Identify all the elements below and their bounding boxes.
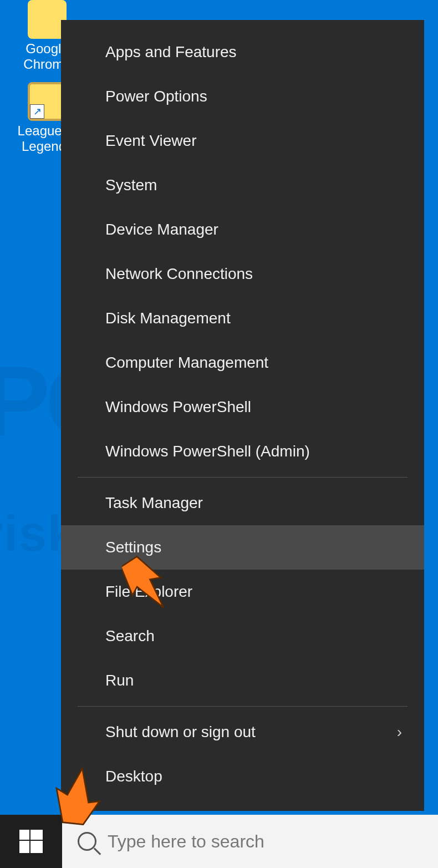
winx-item-label: Search [105, 627, 155, 645]
winx-item-run[interactable]: Run [61, 658, 424, 703]
winx-item-event-viewer[interactable]: Event Viewer [61, 119, 424, 163]
winx-item-task-manager[interactable]: Task Manager [61, 481, 424, 525]
winx-item-label: Windows PowerShell [105, 398, 251, 416]
winx-item-system[interactable]: System [61, 163, 424, 207]
winx-item-label: Computer Management [105, 354, 268, 372]
taskbar-search[interactable]: Type here to search [62, 815, 438, 868]
winx-item-label: Run [105, 672, 134, 689]
menu-separator [78, 706, 408, 707]
winx-item-label: Event Viewer [105, 132, 196, 150]
winx-item-windows-powershell[interactable]: Windows PowerShell [61, 385, 424, 429]
winx-item-label: Settings [105, 539, 161, 556]
winx-item-label: Network Connections [105, 265, 253, 283]
winx-item-shut-down-or-sign-out[interactable]: Shut down or sign out› [61, 710, 424, 754]
winx-item-label: Disk Management [105, 309, 231, 327]
winx-item-label: Windows PowerShell (Admin) [105, 443, 310, 460]
winx-item-label: Power Options [105, 88, 207, 105]
winx-item-label: Desktop [105, 768, 162, 785]
taskbar: Type here to search [0, 815, 438, 868]
winx-item-label: Apps and Features [105, 43, 237, 61]
winx-context-menu: Apps and FeaturesPower OptionsEvent View… [61, 20, 424, 811]
winx-item-network-connections[interactable]: Network Connections [61, 252, 424, 296]
winx-item-file-explorer[interactable]: File Explorer [61, 570, 424, 614]
winx-item-label: Shut down or sign out [105, 723, 256, 741]
search-icon [78, 832, 96, 851]
winx-item-label: System [105, 176, 157, 194]
winx-item-device-manager[interactable]: Device Manager [61, 207, 424, 252]
chevron-right-icon: › [397, 723, 408, 741]
winx-item-windows-powershell-admin-[interactable]: Windows PowerShell (Admin) [61, 429, 424, 474]
winx-item-apps-and-features[interactable]: Apps and Features [61, 30, 424, 74]
winx-item-label: File Explorer [105, 583, 192, 601]
winx-item-label: Task Manager [105, 494, 203, 512]
start-button[interactable] [0, 815, 62, 868]
shortcut-arrow-icon: ↗ [30, 104, 44, 119]
winx-item-settings[interactable]: Settings [61, 525, 424, 570]
winx-item-disk-management[interactable]: Disk Management [61, 296, 424, 341]
winx-item-label: Device Manager [105, 221, 218, 238]
winx-item-search[interactable]: Search [61, 614, 424, 658]
winx-item-computer-management[interactable]: Computer Management [61, 341, 424, 385]
menu-separator [78, 477, 408, 478]
search-placeholder: Type here to search [108, 831, 264, 852]
windows-logo-icon [19, 830, 43, 853]
winx-item-power-options[interactable]: Power Options [61, 74, 424, 119]
winx-item-desktop[interactable]: Desktop [61, 754, 424, 799]
